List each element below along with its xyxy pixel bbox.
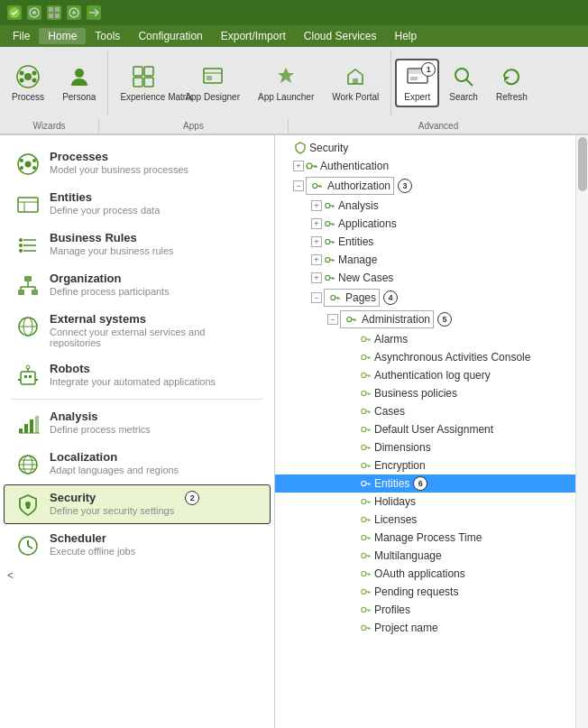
svg-point-98: [326, 275, 330, 280]
nav-item-scheduler[interactable]: Scheduler Execute offline jobs: [4, 525, 271, 565]
external-systems-text: External systems Connect your external s…: [50, 312, 259, 348]
processes-title: Processes: [50, 150, 188, 163]
tree-item-project-name[interactable]: Project name: [275, 619, 588, 637]
menu-export-import[interactable]: Export/Import: [212, 28, 295, 44]
tree-item-authorization[interactable]: − Authorization 3: [275, 175, 588, 197]
svg-rect-33: [18, 198, 38, 212]
new-cases-expand[interactable]: +: [311, 272, 322, 283]
authentication-expand[interactable]: +: [293, 161, 304, 171]
svg-point-74: [307, 163, 312, 169]
tree-container: Security + Authentication − Authorizatio…: [275, 135, 588, 640]
nav-item-localization[interactable]: Localization Adapt languages and regions: [4, 444, 271, 484]
tree-item-encryption[interactable]: Encryption: [275, 456, 588, 475]
scrollbar[interactable]: [575, 135, 588, 728]
svg-rect-20: [207, 76, 212, 80]
nav-item-external-systems[interactable]: External systems Connect your external s…: [4, 306, 271, 355]
tree-item-authentication[interactable]: + Authentication: [275, 157, 588, 175]
applications-expand[interactable]: +: [311, 218, 322, 229]
tree-item-manage[interactable]: + Manage: [275, 251, 588, 269]
expert-button[interactable]: Expert 1: [395, 59, 439, 107]
tree-item-manage-process-time[interactable]: Manage Process Time: [275, 529, 588, 547]
nav-item-processes[interactable]: Processes Model your business processes: [4, 143, 271, 183]
nav-item-security[interactable]: Security Define your security settings 2: [4, 484, 271, 524]
nav-divider-1: [11, 399, 263, 400]
tree-item-licenses[interactable]: Licenses: [275, 511, 588, 529]
tree-item-profiles[interactable]: Profiles: [275, 601, 588, 619]
nav-item-business-rules[interactable]: Business Rules Manage your business rule…: [4, 225, 271, 264]
svg-point-174: [362, 625, 366, 630]
svg-rect-61: [30, 419, 33, 433]
left-panel: Processes Model your business processes …: [0, 135, 275, 728]
key-small-cases: [358, 404, 372, 419]
search-label: Search: [449, 92, 478, 102]
tree-item-default-user[interactable]: Default User Assignment: [275, 420, 588, 438]
scheduler-text: Scheduler Execute offline jobs: [50, 531, 135, 557]
right-panel: Security + Authentication − Authorizatio…: [275, 135, 588, 728]
business-policies-expand: [347, 386, 358, 401]
menu-help[interactable]: Help: [386, 28, 427, 44]
search-button[interactable]: Search: [441, 60, 486, 106]
refresh-button[interactable]: Refresh: [488, 60, 536, 106]
app-designer-button[interactable]: App Designer: [177, 60, 248, 106]
menu-home[interactable]: Home: [39, 28, 86, 44]
menu-configuration[interactable]: Configuration: [129, 28, 211, 44]
tree-item-entities-admin[interactable]: Entities 6: [275, 475, 588, 493]
nav-item-organization[interactable]: Organization Define process participants: [4, 265, 271, 305]
tree-item-analysis[interactable]: + Analysis: [275, 197, 588, 215]
menu-cloud-services[interactable]: Cloud Services: [295, 28, 386, 44]
persona-button[interactable]: Persona: [54, 60, 104, 106]
multilang-expand: [347, 548, 358, 563]
auth-log-expand: [347, 368, 358, 382]
manage-expand[interactable]: +: [311, 254, 322, 265]
analysis-expand[interactable]: +: [311, 200, 322, 211]
authorization-expand[interactable]: −: [293, 180, 304, 191]
experience-matrix-button[interactable]: Experience Matrix: [112, 60, 175, 106]
tree-item-pages[interactable]: − Pages 4: [275, 287, 588, 309]
scrollbar-thumb[interactable]: [578, 137, 587, 191]
security-root-expand[interactable]: [279, 141, 293, 155]
collapse-panel-button[interactable]: <: [0, 566, 274, 585]
tree-item-pending[interactable]: Pending requests: [275, 583, 588, 601]
nav-item-robots[interactable]: Robots Integrate your automated applicat…: [4, 355, 271, 395]
key-small-mpt: [358, 530, 372, 545]
tree-item-entities-auth[interactable]: + Entities: [275, 233, 588, 251]
entities-text: Entities Define your process data: [50, 190, 160, 216]
tree-item-cases[interactable]: Cases: [275, 402, 588, 420]
pages-expand[interactable]: −: [311, 292, 322, 303]
tree-item-async-console[interactable]: Asynchronous Activities Console: [275, 348, 588, 366]
new-cases-label: New Cases: [338, 272, 393, 284]
tree-item-dimensions[interactable]: Dimensions: [275, 438, 588, 456]
tree-item-holidays[interactable]: Holidays: [275, 493, 588, 511]
tree-item-new-cases[interactable]: + New Cases: [275, 269, 588, 287]
tree-item-business-policies[interactable]: Business policies: [275, 384, 588, 402]
holidays-expand: [347, 494, 358, 509]
tree-item-security-root[interactable]: Security: [275, 139, 588, 157]
administration-expand[interactable]: −: [327, 314, 338, 325]
app-launcher-button[interactable]: App Launcher: [250, 60, 322, 106]
nav-item-entities[interactable]: Entities Define your process data: [4, 184, 271, 224]
search-icon: [451, 64, 476, 89]
nav-item-analysis[interactable]: Analysis Define process metrics: [4, 403, 271, 443]
menu-tools[interactable]: Tools: [86, 28, 129, 44]
tree-item-multilanguage[interactable]: Multilanguage: [275, 547, 588, 565]
process-button[interactable]: Process: [4, 60, 52, 106]
processes-icon: [15, 152, 41, 177]
tree-item-administration[interactable]: − Administration 5: [275, 309, 588, 330]
tree-item-oauth[interactable]: OAuth applications: [275, 565, 588, 583]
tree-item-applications[interactable]: + Applications: [275, 215, 588, 233]
app-launcher-label: App Launcher: [258, 92, 314, 102]
svg-point-78: [313, 183, 317, 188]
menu-bar: File Home Tools Configuration Export/Imp…: [0, 25, 588, 47]
tree-item-alarms[interactable]: Alarms: [275, 330, 588, 348]
svg-rect-53: [24, 375, 27, 378]
entities-auth-expand[interactable]: +: [311, 236, 322, 247]
tree-item-auth-log[interactable]: Authentication log query: [275, 366, 588, 384]
work-portal-label: Work Portal: [332, 92, 379, 102]
svg-point-102: [331, 295, 335, 299]
menu-file[interactable]: File: [4, 28, 39, 44]
multilang-label: Multilanguage: [374, 549, 442, 562]
svg-point-31: [20, 166, 23, 170]
business-policies-label: Business policies: [374, 387, 457, 400]
work-portal-button[interactable]: Work Portal: [324, 60, 387, 106]
profiles-expand: [347, 603, 358, 617]
